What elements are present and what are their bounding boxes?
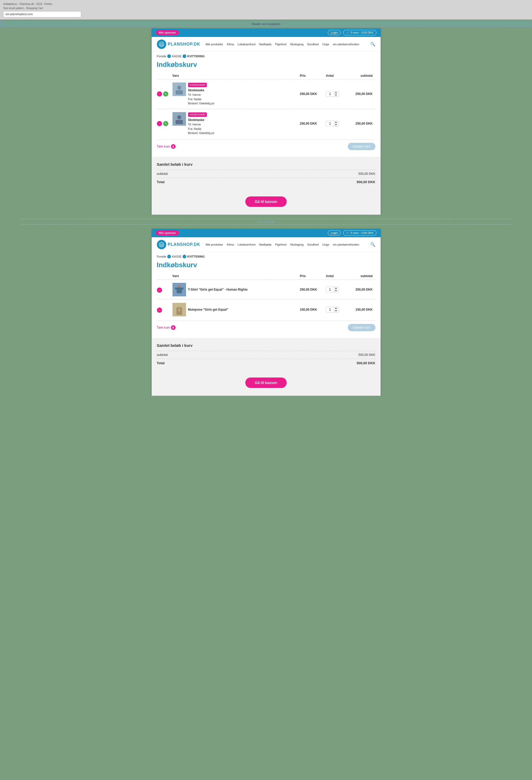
main-nav-2: Alle produkter Klima Lokalsamfund Nødhjæ…: [205, 243, 370, 246]
cart-bottom: Tøm kurv 🗑 Opdater kurv: [157, 139, 375, 154]
breadcrumb-home-2[interactable]: Forside: [157, 255, 166, 258]
sponsor-button-2[interactable]: bliv sponsor: [156, 230, 179, 236]
cart-summary-2: Samlet beløb i kurv subtotal 500,00 DKK …: [152, 338, 381, 372]
col-subtotal-header-2: subtotal: [349, 274, 375, 278]
svg-point-20: [178, 285, 181, 288]
main-nav: Alle produkter Klima Lokalsamfund Nødhjæ…: [205, 43, 370, 46]
nav-sundhed-2[interactable]: Sundhed: [307, 243, 319, 246]
nav-alle-produkter-2[interactable]: Alle produkter: [205, 243, 223, 246]
nav-sundhed[interactable]: Sundhed: [307, 43, 319, 46]
col-qty-header-2: Antal: [326, 274, 349, 278]
empty-cart-label: Tøm kurv: [157, 145, 170, 148]
checkout-wrap-1: Gå til kassen: [152, 191, 381, 215]
logo-text: PLANSHOP.DK: [168, 42, 200, 47]
remove-item-p2-1-button[interactable]: −: [157, 288, 162, 293]
address-bar[interactable]: om.planshoptest.com: [3, 11, 81, 17]
search-button[interactable]: 🔍: [370, 42, 375, 47]
edit-item-1-button[interactable]: ✎: [163, 91, 168, 97]
product-info-2: Virtuelt produkt Skoletaske Til: Hanne F…: [188, 112, 214, 135]
search-button-2[interactable]: 🔍: [370, 242, 375, 247]
site-header-2: PLAN BØRNE FONDEN PLANSHOP.DK Alle produ…: [152, 237, 381, 252]
cart-label-2: 0 vare - 0,00 DKK: [351, 231, 373, 234]
checkout-wrap-2: Gå til kassen: [152, 372, 381, 396]
remove-item-p2-2-button[interactable]: −: [157, 307, 162, 313]
trash-icon-2: 🗑: [171, 325, 176, 330]
qty-input-2[interactable]: [326, 121, 334, 126]
sponsor-button[interactable]: bliv sponsor: [156, 30, 179, 35]
summary-subtotal-label-2: subtotal: [157, 353, 168, 357]
svg-text:FONDEN: FONDEN: [159, 245, 163, 246]
nav-unge-2[interactable]: Unge: [322, 243, 329, 246]
browser-tab2[interactable]: Test result pattern - Shopping Cart: [3, 6, 529, 10]
cart-button[interactable]: 🛒 0 vare - 0,00 DKK: [343, 30, 376, 35]
breadcrumb-home[interactable]: Forside: [157, 55, 166, 58]
summary-subtotal-row-1: subtotal 500,00 DKK: [157, 169, 375, 178]
breadcrumb: Forside › KASSE › KVITTERING: [152, 52, 381, 59]
empty-cart-label-2: Tøm kurv: [157, 326, 170, 329]
qty-input-1[interactable]: [326, 92, 334, 96]
nav-klima[interactable]: Klima: [227, 43, 234, 46]
item-price-p2-2: 150,00 DKK: [300, 308, 326, 311]
qty-down-p2-1[interactable]: ▼: [334, 290, 338, 292]
qty-up-p2-1[interactable]: ▲: [334, 287, 338, 290]
nav-nodhjælp[interactable]: Nødhjælp: [259, 43, 272, 46]
qty-input-p2-1[interactable]: [326, 287, 334, 292]
site-header: PLAN BØRNE FONDEN PLANSHOP.DK Alle produ…: [152, 37, 381, 52]
svg-rect-17: [177, 288, 182, 293]
cart-item-row: − ✎ Virtuelt produkt Skoletaske Til: Han…: [157, 79, 375, 109]
item-subtotal-p2-1: 250,00 DKK: [349, 288, 375, 291]
update-cart-button[interactable]: Opdater kurv: [348, 143, 375, 150]
checkout-button-2[interactable]: Gå til kassen: [245, 378, 286, 388]
breadcrumb-kasse-2[interactable]: KASSE: [172, 255, 182, 258]
product-info-1: Virtuelt produkt Skoletaske Til: Hanne F…: [188, 83, 214, 106]
qty-down-2[interactable]: ▼: [334, 124, 338, 126]
summary-total-row-2: Total 500,00 DKK: [157, 359, 375, 367]
virtual-badge-2: Virtuelt produkt: [188, 112, 207, 117]
nav-pigefond[interactable]: Pigefond: [275, 43, 286, 46]
col-item-header-2: Vare: [173, 274, 300, 278]
nav-unge[interactable]: Unge: [322, 43, 329, 46]
product-from-1: Fra: Nadia: [188, 97, 214, 101]
breadcrumb-arrow1: ›: [167, 54, 171, 58]
browser-tab1[interactable]: Indkøbskurv - Planshop.dk - 2019 - Firef…: [3, 2, 529, 6]
cart-bottom-2: Tøm kurv 🗑 Opdater kurv: [157, 321, 375, 335]
col-qty-header: Antal: [326, 74, 349, 78]
nav-om-2[interactable]: om planbørnefonden: [333, 243, 359, 246]
empty-cart-link[interactable]: Tøm kurv 🗑: [157, 144, 176, 149]
nav-om[interactable]: om planbørnefonden: [333, 43, 359, 46]
breadcrumb-kasse[interactable]: KASSE: [172, 55, 182, 58]
edit-item-2-button[interactable]: ✎: [163, 121, 168, 126]
login-button[interactable]: Login: [328, 30, 341, 35]
nav-pigefond-2[interactable]: Pigefond: [275, 243, 286, 246]
summary-total-value-1: 500,00 DKK: [357, 180, 375, 184]
product-from-2: Fra: Nadia: [188, 127, 214, 131]
qty-down-1[interactable]: ▼: [334, 94, 338, 97]
cart-button-2[interactable]: 🛒 0 vare - 0,00 DKK: [343, 230, 376, 236]
nav-skolegang-2[interactable]: Skolegang: [290, 243, 303, 246]
nav-lokalsamfund[interactable]: Lokalsamfund: [238, 43, 255, 46]
product-to-2: Til: Hanne: [188, 122, 214, 127]
logo-area-2[interactable]: PLAN BØRNE FONDEN PLANSHOP.DK: [157, 240, 200, 249]
col-price-header: Pris: [300, 74, 326, 78]
summary-title-2: Samlet beløb i kurv: [157, 343, 375, 348]
nav-alle-produkter[interactable]: Alle produkter: [205, 43, 223, 46]
nav-lokalsamfund-2[interactable]: Lokalsamfund: [238, 243, 255, 246]
nav-skolegang[interactable]: Skolegang: [290, 43, 303, 46]
qty-up-1[interactable]: ▲: [334, 91, 338, 94]
update-cart-button-2[interactable]: Opdater kurv: [348, 324, 375, 331]
qty-down-p2-2[interactable]: ▼: [334, 309, 338, 312]
empty-cart-link-2[interactable]: Tøm kurv 🗑: [157, 325, 176, 330]
trash-icon: 🗑: [171, 144, 176, 149]
qty-up-2[interactable]: ▲: [334, 121, 338, 124]
login-button-2[interactable]: Login: [328, 230, 341, 236]
remove-item-1-button[interactable]: −: [157, 91, 162, 97]
nav-nodhjælp-2[interactable]: Nødhjælp: [259, 243, 272, 246]
logo-area[interactable]: PLAN BØRNE FONDEN PLANSHOP.DK: [157, 40, 200, 49]
nav-klima-2[interactable]: Klima: [227, 243, 234, 246]
remove-item-2-button[interactable]: −: [157, 121, 162, 126]
breadcrumb-arrow2: ›: [183, 54, 186, 58]
qty-up-p2-2[interactable]: ▲: [334, 307, 338, 309]
item-actions-1: − ✎: [157, 91, 173, 97]
checkout-button-1[interactable]: Gå til kassen: [245, 196, 286, 207]
qty-input-p2-2[interactable]: [326, 307, 334, 312]
